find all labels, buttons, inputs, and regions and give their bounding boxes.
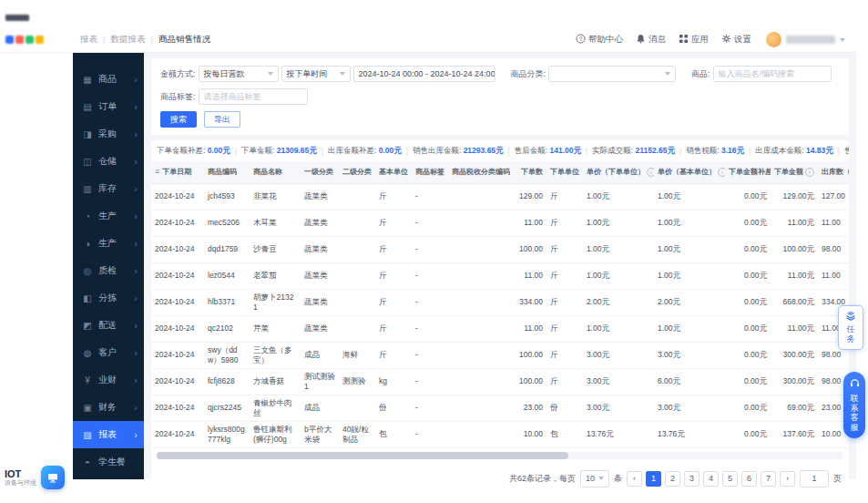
time-type-select[interactable]: 按下单时间 bbox=[281, 66, 351, 82]
col-header-unit[interactable]: 基本单位 bbox=[375, 161, 412, 183]
sidebar-item-student-meal[interactable]: ◓学生餐 bbox=[73, 448, 144, 476]
category-label: 商品分类: bbox=[511, 68, 546, 80]
category-select[interactable] bbox=[548, 66, 676, 82]
page-button-1[interactable]: 1 bbox=[646, 471, 661, 487]
page-button-6[interactable]: 6 bbox=[741, 471, 757, 487]
col-header-code[interactable]: 商品编码 bbox=[204, 161, 250, 183]
sidebar-item-warehouse[interactable]: ◫仓储› bbox=[73, 148, 144, 175]
product-search-input[interactable] bbox=[713, 66, 832, 82]
sidebar-item-goods[interactable]: ▦商品› bbox=[73, 66, 144, 93]
task-float-button[interactable]: 任务 bbox=[838, 305, 863, 350]
sidebar-item-production-1[interactable]: ◔生产› bbox=[73, 202, 144, 230]
col-header-cat1[interactable]: 一级分类 bbox=[301, 161, 339, 183]
col-header-amount[interactable]: 下单金额i bbox=[771, 161, 818, 183]
cell-qty: 11.00 bbox=[510, 315, 546, 342]
cell-price_order: 13.76元 bbox=[583, 421, 654, 447]
sidebar-item-reports[interactable]: ▨报表› bbox=[73, 421, 144, 448]
cell-date: 2024-10-24 bbox=[151, 395, 204, 421]
col-header-cat2[interactable]: 二级分类 bbox=[339, 161, 375, 183]
window-title-blurred bbox=[5, 15, 29, 21]
date-range-picker[interactable]: 2024-10-24 00:00 - 2024-10-24 24:00 bbox=[353, 66, 495, 82]
col-header-taxcode[interactable]: 商品税收分类编码 bbox=[448, 161, 510, 183]
company-logo[interactable] bbox=[0, 36, 73, 44]
cell-name: 三文鱼（多宝） bbox=[250, 342, 301, 368]
scrollbar-thumb[interactable] bbox=[157, 452, 568, 459]
cell-unit: 份 bbox=[375, 395, 412, 421]
next-page-button[interactable]: › bbox=[780, 471, 795, 487]
table-row[interactable]: 2024-10-24qjcrs2245青椒炒牛肉丝成品份-23.00份3.00元… bbox=[151, 395, 849, 421]
col-header-date[interactable]: ≡下单日期 bbox=[151, 161, 204, 183]
chevron-right-icon: › bbox=[134, 210, 138, 221]
topbar-help-center[interactable]: ?帮助中心 bbox=[576, 34, 623, 46]
breadcrumb-separator: | bbox=[103, 35, 105, 45]
col-header-order_unit[interactable]: 下单单位 bbox=[546, 161, 583, 183]
amount-mode-select[interactable]: 按每日营款 bbox=[199, 66, 279, 82]
logo-square-yellow bbox=[36, 36, 44, 44]
export-button[interactable]: 导出 bbox=[204, 111, 240, 128]
topbar-messages[interactable]: 消息 bbox=[636, 34, 666, 46]
chevron-right-icon: › bbox=[134, 74, 138, 85]
table-row[interactable]: 2024-10-24lyksrs800g777klg鲁钰康斯利(狮仔)00gb平… bbox=[151, 421, 849, 447]
sidebar-item-sorting[interactable]: ◧分拣› bbox=[73, 284, 144, 312]
amount-mode-value: 按每日营款 bbox=[204, 68, 245, 80]
sidebar-item-delivery[interactable]: ◩配送› bbox=[73, 312, 144, 339]
stat-item: 售后金额: 141.00元 bbox=[515, 146, 581, 157]
table-row[interactable]: 2024-10-24qc2102芹菜蔬菜类斤-11.00斤1.00元1.00元0… bbox=[151, 315, 849, 342]
cell-price_base: 3.00元 bbox=[654, 342, 725, 368]
sidebar-item-inventory[interactable]: ▥库存› bbox=[73, 175, 144, 202]
table-row[interactable]: 2024-10-24lez0544老翠茄蔬菜类斤-11.00斤1.00元1.00… bbox=[151, 262, 849, 289]
col-header-price_base[interactable]: 单价（基本单位）i bbox=[654, 161, 725, 183]
page-size-select[interactable]: 10 bbox=[580, 470, 609, 488]
sidebar-item-customers[interactable]: ◍客户› bbox=[73, 339, 144, 366]
col-header-qty[interactable]: 下单数 bbox=[510, 161, 546, 183]
sidebar-item-purchase[interactable]: ◨采购› bbox=[73, 120, 144, 148]
table-row[interactable]: 2024-10-24hlb3371胡萝卜21321蔬菜类斤-334.00斤2.0… bbox=[151, 289, 849, 315]
iot-module-switcher[interactable]: IOT 设备与环境 bbox=[5, 466, 65, 489]
cell-name: 芹菜 bbox=[250, 315, 301, 342]
col-header-out_qty[interactable]: 出库数（下单单位） bbox=[818, 161, 849, 183]
breadcrumb-reports[interactable]: 报表 bbox=[80, 34, 97, 46]
page-jump-input[interactable]: 1 bbox=[800, 470, 829, 488]
cell-price_base: 1.00元 bbox=[654, 236, 725, 262]
cell-code: lyksrs800g777klg bbox=[204, 421, 250, 447]
sidebar-item-orders[interactable]: ▤订单› bbox=[73, 93, 144, 120]
sidebar-item-biz-finance[interactable]: ¥业财› bbox=[73, 366, 144, 394]
page-button-2[interactable]: 2 bbox=[665, 471, 680, 487]
page-button-4[interactable]: 4 bbox=[703, 471, 719, 487]
col-header-price_order[interactable]: 单价（下单单位）i bbox=[583, 161, 654, 183]
cell-code: dqd1759 bbox=[204, 236, 250, 262]
table-row[interactable]: 2024-10-24mec5206木耳菜蔬菜类斤-11.00斤1.00元1.00… bbox=[151, 210, 849, 236]
sidebar: ▦商品›▤订单›◨采购›◫仓储›▥库存›◔生产›◑生产›◎质检›◧分拣›◩配送›… bbox=[73, 53, 144, 479]
table-row[interactable]: 2024-10-24swy（ddw）5980三文鱼（多宝）成品海鲜斤-100.0… bbox=[151, 342, 849, 368]
help-center-icon: ? bbox=[576, 34, 586, 46]
user-menu[interactable] bbox=[766, 32, 845, 47]
table-row[interactable]: 2024-10-24dqd1759沙青豆蔬菜类斤-100.00斤1.00元1.0… bbox=[151, 236, 849, 262]
sidebar-item-quality-check[interactable]: ◎质检› bbox=[73, 257, 144, 284]
search-button[interactable]: 搜索 bbox=[160, 111, 197, 128]
stat-divider: | bbox=[406, 147, 408, 156]
topbar-apps[interactable]: 应用 bbox=[679, 34, 709, 46]
cell-out_qty: 11.00 bbox=[818, 210, 849, 236]
page-button-3[interactable]: 3 bbox=[684, 471, 700, 487]
page-button-5[interactable]: 5 bbox=[722, 471, 738, 487]
contact-support-button[interactable]: 联系客服 bbox=[843, 372, 865, 438]
topbar-settings[interactable]: 设置 bbox=[721, 34, 751, 46]
page-button-7[interactable]: 7 bbox=[761, 471, 776, 487]
tag-label: 商品标签: bbox=[160, 91, 196, 103]
column-settings-icon[interactable]: ≡ bbox=[155, 167, 159, 176]
table-row[interactable]: 2024-10-24jch4593韭菜花蔬菜类斤-129.00斤1.00元1.0… bbox=[151, 183, 849, 210]
col-header-amount_diff[interactable]: 下单金额补差i bbox=[725, 161, 771, 183]
contact-label: 联系客服 bbox=[850, 394, 859, 432]
orders-icon: ▤ bbox=[82, 102, 93, 112]
prev-page-button[interactable]: ‹ bbox=[627, 471, 642, 487]
cell-code: qc2102 bbox=[204, 315, 250, 342]
table-row[interactable]: 2024-10-24fcfj8628方城香菇测试测验1测测验kg-100.00斤… bbox=[151, 368, 849, 395]
col-header-name[interactable]: 商品名称 bbox=[250, 161, 301, 183]
breadcrumb-data-reports[interactable]: 数据报表 bbox=[110, 34, 145, 46]
tag-input[interactable] bbox=[199, 88, 308, 105]
sidebar-item-production-2[interactable]: ◑生产› bbox=[73, 230, 144, 257]
sidebar-item-finance[interactable]: ▣财务› bbox=[73, 394, 144, 421]
col-header-tag[interactable]: 商品标签 bbox=[412, 161, 448, 183]
cell-tag: - bbox=[412, 342, 448, 368]
horizontal-scrollbar[interactable] bbox=[157, 452, 843, 459]
